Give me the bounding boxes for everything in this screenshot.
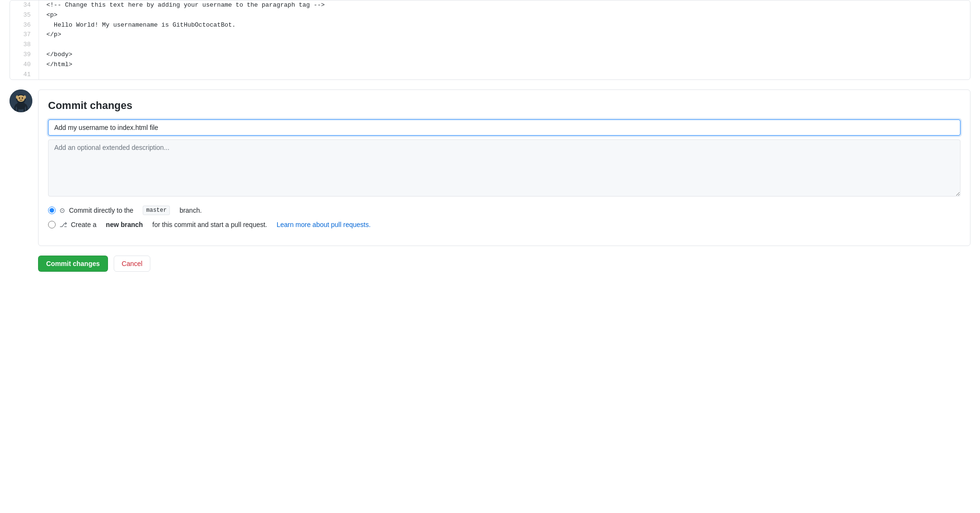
branch-badge: master [143,206,170,215]
learn-more-link[interactable]: Learn more about pull requests. [276,221,371,228]
line-content: Hello World! My usernamename is GitHubOc… [39,20,970,30]
buttons-section: Commit changes Cancel [0,246,980,286]
commit-message-input[interactable] [48,119,960,136]
line-number: 35 [10,10,39,20]
svg-point-3 [19,98,20,99]
commit-form: Commit changes ⊙ Commit directly to the … [38,89,970,246]
commit-section: Commit changes ⊙ Commit directly to the … [0,80,980,246]
line-number: 34 [10,0,39,10]
code-table: 34<!-- Change this text here by adding y… [10,0,970,79]
commit-icon: ⊙ [59,207,65,214]
line-content [39,40,970,50]
line-content: <!-- Change this text here by adding you… [39,0,970,10]
radio-pr-label-mid: for this commit and start a pull request… [152,221,267,228]
cancel-button[interactable]: Cancel [114,256,151,272]
radio-direct-label-pre: Commit directly to the [69,207,133,214]
code-editor: 34<!-- Change this text here by adding y… [10,0,970,80]
avatar-col [10,89,32,112]
page-wrapper: 34<!-- Change this text here by adding y… [0,0,980,513]
avatar [10,89,32,112]
svg-point-5 [16,96,19,99]
commit-form-title: Commit changes [48,99,960,112]
code-line: 35<p> [10,10,970,20]
code-line: 37</p> [10,30,970,40]
commit-description-input[interactable] [48,139,960,197]
line-number: 36 [10,20,39,30]
svg-point-2 [17,95,25,102]
line-content: </p> [39,30,970,40]
radio-direct[interactable] [48,207,56,214]
radio-pr[interactable] [48,221,56,228]
line-content [39,70,970,80]
line-number: 38 [10,40,39,50]
line-content: <p> [39,10,970,20]
code-line: 40</html> [10,60,970,70]
radio-pr-row: ⎇ Create a new branch for this commit an… [48,221,960,228]
radio-direct-label-post: branch. [179,207,202,214]
line-number: 41 [10,70,39,80]
line-number: 37 [10,30,39,40]
code-line: 38 [10,40,970,50]
line-number: 40 [10,60,39,70]
radio-section: ⊙ Commit directly to the master branch. … [48,206,960,228]
line-content: </html> [39,60,970,70]
pr-icon: ⎇ [59,221,67,228]
line-number: 39 [10,50,39,60]
code-line: 34<!-- Change this text here by adding y… [10,0,970,10]
radio-pr-label-pre: Create a [71,221,97,228]
svg-point-4 [22,98,23,99]
avatar-svg [10,89,32,112]
code-line: 41 [10,70,970,80]
code-line: 39</body> [10,50,970,60]
svg-point-6 [24,96,26,99]
radio-direct-row: ⊙ Commit directly to the master branch. [48,206,960,215]
commit-changes-button[interactable]: Commit changes [38,256,108,272]
code-line: 36 Hello World! My usernamename is GitHu… [10,20,970,30]
line-content: </body> [39,50,970,60]
radio-pr-bold: new branch [106,221,143,228]
